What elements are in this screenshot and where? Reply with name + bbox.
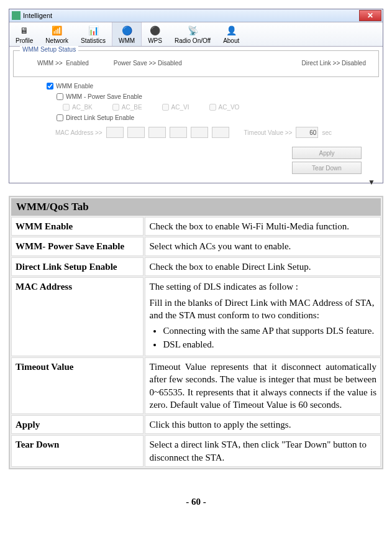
ps-enable-checkbox[interactable]	[57, 93, 63, 100]
tab-label: Network	[45, 37, 68, 44]
status-label: WMM >>	[37, 60, 63, 67]
mac-p2: Fill in the blanks of Direct Link with M…	[149, 297, 376, 322]
window-title: Intelligent	[23, 12, 52, 19]
mac-bullet-1: Connecting with the same AP that support…	[163, 324, 376, 337]
row-value: Check the box to enable Wi-Fi Multi-Medi…	[145, 217, 381, 236]
mac-field-4	[170, 127, 187, 138]
mac-field-2	[127, 127, 145, 138]
tab-wps[interactable]: ⚫WPS	[142, 22, 168, 46]
ac-label: AC_VO	[219, 104, 240, 111]
row-value: Timeout Value represents that it disconn…	[145, 357, 381, 414]
status-value: Enabled	[66, 60, 89, 67]
ac-label: AC_BE	[122, 104, 142, 111]
dl-enable-checkbox[interactable]	[57, 114, 63, 121]
status-label: Power Save >>	[114, 60, 156, 67]
row-key: Tear Down	[11, 435, 144, 467]
wmm-enable-checkbox[interactable]	[47, 83, 53, 90]
row-key: Direct Link Setup Enable	[11, 257, 144, 276]
mac-label: MAC Address >>	[55, 129, 103, 136]
description-table: WMM/QoS Tab WMM Enable Check the box to …	[9, 196, 383, 469]
timeout-label: Timeout Value >>	[244, 129, 293, 136]
tab-radio[interactable]: 📡Radio On/Off	[168, 22, 217, 46]
ac-bk-checkbox	[63, 104, 70, 111]
tab-statistics[interactable]: 📊Statistics	[75, 22, 112, 46]
network-icon: 📶	[50, 25, 64, 36]
ac-vi-checkbox	[162, 104, 169, 111]
mac-field-5	[191, 127, 208, 138]
app-window: Intelligent ✕ 🖥Profile 📶Network 📊Statist…	[9, 9, 383, 183]
row-key: MAC Address	[11, 277, 144, 356]
status-value: Disabled	[158, 60, 182, 67]
wmm-enable-row: WMM Enable	[13, 81, 379, 91]
ps-enable-row: WMM - Power Save Enable	[13, 91, 379, 102]
app-icon	[12, 11, 21, 20]
mac-p1: The setting of DLS indicates as follow :	[149, 280, 376, 293]
ac-row: AC_BK AC_BE AC_VI AC_VO	[13, 102, 379, 113]
titlebar: Intelligent ✕	[9, 9, 383, 22]
ac-label: AC_VI	[171, 104, 189, 111]
timeout-unit: sec	[322, 129, 332, 136]
statistics-icon: 📊	[86, 25, 100, 36]
ps-enable-label: WMM - Power Save Enable	[66, 93, 142, 100]
table-header: WMM/QoS Tab	[11, 198, 381, 216]
tab-label: Radio On/Off	[175, 37, 211, 44]
close-button[interactable]: ✕	[359, 10, 381, 21]
tab-label: WPS	[148, 37, 162, 44]
status-legend: WMM Setup Status	[20, 46, 78, 53]
tab-label: Statistics	[81, 37, 106, 44]
row-key: Apply	[11, 415, 144, 434]
dl-enable-row: Direct Link Setup Enable	[13, 113, 379, 123]
row-key: WMM- Power Save Enable	[11, 237, 144, 255]
about-icon: 👤	[224, 25, 238, 36]
tab-label: WMM	[119, 37, 135, 44]
ac-be-checkbox	[112, 104, 119, 111]
mac-field-1	[106, 127, 124, 138]
content: WMM Setup Status WMM >> Enabled Power Sa…	[9, 47, 383, 178]
ac-vo-checkbox	[209, 104, 216, 111]
mac-field-3	[148, 127, 166, 138]
page-number: - 60 -	[9, 497, 383, 507]
radio-icon: 📡	[186, 25, 199, 36]
tab-about[interactable]: 👤About	[217, 22, 245, 46]
wmm-enable-label: WMM Enable	[56, 83, 93, 90]
status-value: Disabled	[342, 60, 366, 67]
status-label: Direct Link >>	[302, 60, 340, 67]
wmm-icon: 🔵	[120, 25, 134, 36]
tab-profile[interactable]: 🖥Profile	[9, 22, 39, 46]
status-group: WMM Setup Status WMM >> Enabled Power Sa…	[13, 50, 379, 77]
mac-row: MAC Address >> Timeout Value >> sec	[13, 123, 379, 142]
row-value: The setting of DLS indicates as follow :…	[145, 277, 381, 356]
chevron-down-icon: ▼	[368, 178, 375, 183]
mac-field-6	[212, 127, 229, 138]
mac-bullet-2: DSL enabled.	[163, 338, 376, 351]
row-key: WMM Enable	[11, 217, 144, 236]
tab-network[interactable]: 📶Network	[39, 22, 75, 46]
row-value: Check the box to enable Direct Link Setu…	[145, 257, 381, 276]
profile-icon: 🖥	[17, 25, 31, 36]
teardown-button[interactable]: Tear Down	[292, 162, 362, 174]
toolbar: 🖥Profile 📶Network 📊Statistics 🔵WMM ⚫WPS …	[9, 22, 383, 47]
tab-label: About	[223, 37, 239, 44]
row-key: Timeout Value	[11, 357, 144, 414]
wps-icon: ⚫	[148, 25, 162, 36]
row-value: Select which ACs you want to enable.	[145, 237, 381, 255]
dl-enable-label: Direct Link Setup Enable	[66, 114, 134, 121]
apply-button[interactable]: Apply	[292, 147, 362, 159]
tab-label: Profile	[16, 37, 33, 44]
row-value: Click this button to apply the settings.	[145, 415, 381, 434]
timeout-field	[296, 127, 318, 138]
tab-wmm[interactable]: 🔵WMM	[112, 22, 142, 46]
expand-bar[interactable]: ▼	[9, 178, 383, 183]
ac-label: AC_BK	[72, 104, 93, 111]
row-value: Select a direct link STA, then click "Te…	[145, 435, 381, 467]
